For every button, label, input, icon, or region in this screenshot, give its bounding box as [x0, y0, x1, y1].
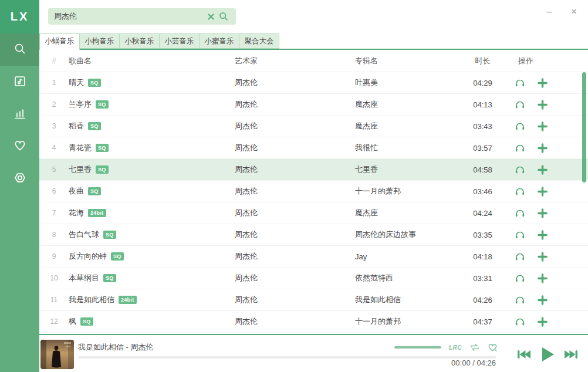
tab-source-4[interactable]: 小芸音乐 [159, 33, 200, 49]
quality-badge: SQ [111, 252, 124, 261]
duration: 04:18 [458, 252, 508, 261]
minimize-button[interactable]: – [541, 5, 557, 19]
header-song: 歌曲名 [69, 56, 235, 66]
listen-icon[interactable] [513, 272, 526, 285]
add-icon[interactable] [536, 293, 549, 306]
header-index: # [39, 56, 69, 65]
listen-icon[interactable] [513, 76, 526, 89]
artist-name: 周杰伦 [235, 251, 355, 262]
row-song-cell: 枫 SQ [69, 316, 235, 327]
add-icon[interactable] [536, 76, 549, 89]
table-row[interactable]: 6 夜曲 SQ 周杰伦 十一月的萧邦 03:46 [39, 181, 588, 202]
sidebar-item-search[interactable] [0, 33, 39, 66]
sidebar-item-leaderboard[interactable] [0, 98, 39, 130]
tab-source-2[interactable]: 小枸音乐 [79, 33, 120, 49]
tab-source-3[interactable]: 小秋音乐 [119, 33, 160, 49]
sidebar-item-settings[interactable] [0, 163, 39, 195]
table-row[interactable]: 12 枫 SQ 周杰伦 十一月的萧邦 04:37 [39, 311, 588, 333]
add-icon[interactable] [536, 98, 549, 111]
listen-icon[interactable] [513, 315, 526, 328]
close-button[interactable]: × [566, 5, 582, 19]
table-row[interactable]: 2 兰亭序 SQ 周杰伦 魔杰座 04:13 [39, 94, 588, 116]
tab-source-5[interactable]: 小蜜音乐 [199, 33, 239, 49]
heart-icon[interactable] [488, 342, 498, 353]
next-icon[interactable] [563, 348, 579, 361]
song-name: 反方向的钟 [69, 251, 107, 262]
listen-icon[interactable] [513, 98, 526, 111]
album-art[interactable] [40, 340, 74, 369]
row-index: 3 [39, 122, 69, 130]
song-name: 本草纲目 [69, 273, 99, 283]
row-actions [508, 141, 588, 154]
row-song-cell: 花海 24bit [69, 208, 235, 218]
tab-source-6[interactable]: 聚合大会 [239, 33, 279, 49]
album-name: 七里香 [355, 164, 458, 175]
row-song-cell: 告白气球 SQ [69, 229, 235, 240]
progress-bar[interactable] [78, 356, 496, 359]
listen-icon[interactable] [513, 163, 526, 176]
add-icon[interactable] [536, 250, 549, 263]
song-name: 枫 [69, 316, 76, 327]
clear-icon[interactable] [204, 10, 217, 23]
tabs-strip: 小蜗音乐小枸音乐小秋音乐小芸音乐小蜜音乐聚合大会 [39, 33, 588, 50]
table-row[interactable]: 11 我是如此相信 24bit 周杰伦 我是如此相信 04:26 [39, 289, 588, 311]
table-row[interactable]: 9 反方向的钟 SQ 周杰伦 Jay 04:18 [39, 246, 588, 268]
add-icon[interactable] [536, 185, 549, 198]
lrc-icon[interactable]: LRC [449, 342, 462, 353]
song-name: 兰亭序 [69, 99, 92, 110]
table-row[interactable]: 4 青花瓷 SQ 周杰伦 我很忙 03:57 [39, 137, 588, 159]
sidebar: LX [0, 0, 39, 372]
artist-name: 周杰伦 [235, 77, 355, 88]
listen-icon[interactable] [513, 141, 526, 154]
table-row[interactable]: 7 花海 24bit 周杰伦 魔杰座 04:24 [39, 202, 588, 224]
table-row[interactable]: 8 告白气球 SQ 周杰伦 周杰伦的床边故事 03:35 [39, 224, 588, 246]
playback-controls [516, 335, 579, 372]
artist-name: 周杰伦 [235, 316, 355, 327]
listen-icon[interactable] [513, 228, 526, 241]
songlist-icon [13, 74, 27, 90]
repeat-icon[interactable] [469, 342, 480, 353]
row-actions [508, 272, 588, 285]
add-icon[interactable] [536, 228, 549, 241]
previous-icon[interactable] [516, 348, 532, 361]
table-row[interactable]: 10 本草纲目 SQ 周杰伦 依然范特西 03:31 [39, 268, 588, 289]
table-row[interactable]: 5 七里香 SQ 周杰伦 七里香 04:58 [39, 159, 588, 181]
table-row[interactable]: 3 稻香 SQ 周杰伦 魔杰座 03:43 [39, 116, 588, 137]
listen-icon[interactable] [513, 120, 526, 133]
scrollbar-thumb[interactable] [582, 72, 586, 182]
row-index: 2 [39, 100, 69, 109]
listen-icon[interactable] [513, 207, 526, 219]
add-icon[interactable] [536, 315, 549, 328]
listen-icon[interactable] [513, 185, 526, 198]
sidebar-item-songlist[interactable] [0, 66, 39, 98]
add-icon[interactable] [536, 163, 549, 176]
play-icon[interactable] [540, 346, 555, 363]
row-actions [508, 207, 588, 219]
tab-source-1[interactable]: 小蜗音乐 [39, 33, 80, 50]
add-icon[interactable] [536, 141, 549, 154]
search-box[interactable] [48, 8, 236, 25]
add-icon[interactable] [536, 272, 549, 285]
listen-icon[interactable] [513, 293, 526, 306]
row-index: 8 [39, 231, 69, 239]
header-album: 专辑名 [355, 56, 458, 66]
album-name: 依然范特西 [355, 273, 458, 283]
source-tabs: 小蜗音乐小枸音乐小秋音乐小芸音乐小蜜音乐聚合大会 [39, 33, 588, 50]
table-row[interactable]: 1 晴天 SQ 周杰伦 叶惠美 04:29 [39, 72, 588, 94]
volume-slider[interactable] [394, 346, 441, 349]
search-submit-icon[interactable] [217, 10, 230, 23]
header-actions: 操作 [508, 56, 588, 66]
add-icon[interactable] [536, 120, 549, 133]
row-actions [508, 120, 588, 133]
listen-icon[interactable] [513, 250, 526, 263]
row-index: 1 [39, 79, 69, 87]
row-actions [508, 163, 588, 176]
search-input[interactable] [54, 12, 204, 21]
quality-badge: SQ [96, 144, 109, 152]
row-actions [508, 315, 588, 328]
add-icon[interactable] [536, 207, 549, 219]
duration: 03:35 [458, 231, 508, 239]
row-index: 5 [39, 165, 69, 174]
row-song-cell: 夜曲 SQ [69, 186, 235, 197]
sidebar-item-love[interactable] [0, 130, 39, 163]
